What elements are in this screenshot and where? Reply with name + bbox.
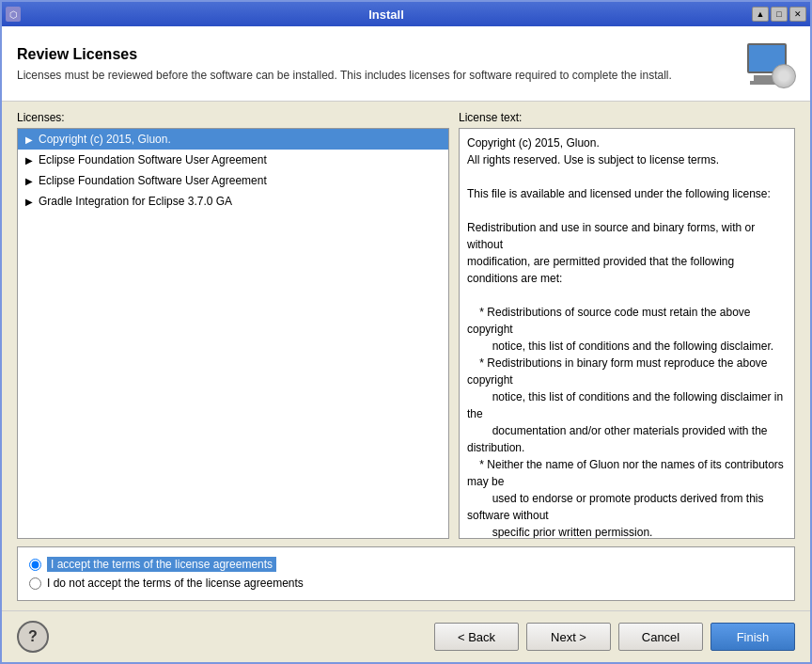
panels: Licenses: ▶ Copyright (c) 2015, Gluon. ▶… <box>17 111 795 539</box>
bottom-left: ? <box>17 621 49 653</box>
header-text: Review Licenses Licenses must be reviewe… <box>17 46 672 82</box>
next-button[interactable]: Next > <box>526 623 611 651</box>
page-title: Review Licenses <box>17 46 672 63</box>
arrow-icon: ▶ <box>23 154 35 166</box>
list-item[interactable]: ▶ Copyright (c) 2015, Gluon. <box>18 129 448 150</box>
titlebar-left: ⬡ <box>6 7 21 22</box>
reject-radio[interactable] <box>29 577 41 590</box>
license-item-label: Copyright (c) 2015, Gluon. <box>39 133 171 146</box>
titlebar-controls: ▲ □ ✕ <box>752 7 806 22</box>
license-item-label: Eclipse Foundation Software User Agreeme… <box>39 174 267 187</box>
window-title: Install <box>21 8 752 22</box>
list-item[interactable]: ▶ Eclipse Foundation Software User Agree… <box>18 170 448 191</box>
arrow-icon: ▶ <box>23 134 35 145</box>
cd-icon <box>772 64 796 88</box>
back-button[interactable]: < Back <box>434 623 519 651</box>
monitor-icon <box>747 43 787 85</box>
accept-label[interactable]: I accept the terms of the license agreem… <box>47 558 276 571</box>
license-item-label: Gradle Integration for Eclipse 3.7.0 GA <box>39 195 232 208</box>
header-section: Review Licenses Licenses must be reviewe… <box>2 26 810 102</box>
arrow-icon: ▶ <box>23 175 35 186</box>
license-list[interactable]: ▶ Copyright (c) 2015, Gluon. ▶ Eclipse F… <box>17 128 449 539</box>
reject-label: I do not accept the terms of the license… <box>47 577 304 590</box>
main-window: ⬡ Install ▲ □ ✕ Review Licenses Licenses… <box>0 0 812 664</box>
license-list-panel: Licenses: ▶ Copyright (c) 2015, Gluon. ▶… <box>17 111 449 539</box>
license-text-content: Copyright (c) 2015, Gluon. All rights re… <box>467 136 787 539</box>
maximize-button[interactable]: □ <box>771 7 788 22</box>
license-item-label: Eclipse Foundation Software User Agreeme… <box>39 153 267 166</box>
accept-radio[interactable] <box>29 559 41 571</box>
accept-option[interactable]: I accept the terms of the license agreem… <box>29 555 783 574</box>
license-text-label: License text: <box>459 111 795 124</box>
header-icon <box>739 38 795 89</box>
list-item[interactable]: ▶ Gradle Integration for Eclipse 3.7.0 G… <box>18 191 448 212</box>
help-button[interactable]: ? <box>17 621 49 653</box>
finish-button[interactable]: Finish <box>710 623 795 651</box>
arrow-icon: ▶ <box>23 196 35 207</box>
app-icon: ⬡ <box>6 7 21 22</box>
license-text-panel: License text: Copyright (c) 2015, Gluon.… <box>459 111 795 539</box>
cancel-button[interactable]: Cancel <box>618 623 703 651</box>
accept-label-text: I accept the terms of the license agreem… <box>47 557 276 572</box>
minimize-button[interactable]: ▲ <box>752 7 769 22</box>
main-content: Licenses: ▶ Copyright (c) 2015, Gluon. ▶… <box>2 102 810 610</box>
bottom-right: < Back Next > Cancel Finish <box>434 623 795 651</box>
license-text-area[interactable]: Copyright (c) 2015, Gluon. All rights re… <box>459 128 795 539</box>
bottom-bar: ? < Back Next > Cancel Finish <box>2 610 810 662</box>
reject-option[interactable]: I do not accept the terms of the license… <box>29 574 783 593</box>
titlebar: ⬡ Install ▲ □ ✕ <box>2 2 810 26</box>
page-description: Licenses must be reviewed before the sof… <box>17 69 672 82</box>
list-item[interactable]: ▶ Eclipse Foundation Software User Agree… <box>18 150 448 170</box>
licenses-label: Licenses: <box>17 111 449 124</box>
close-button[interactable]: ✕ <box>789 7 806 22</box>
accept-section: I accept the terms of the license agreem… <box>17 546 795 601</box>
